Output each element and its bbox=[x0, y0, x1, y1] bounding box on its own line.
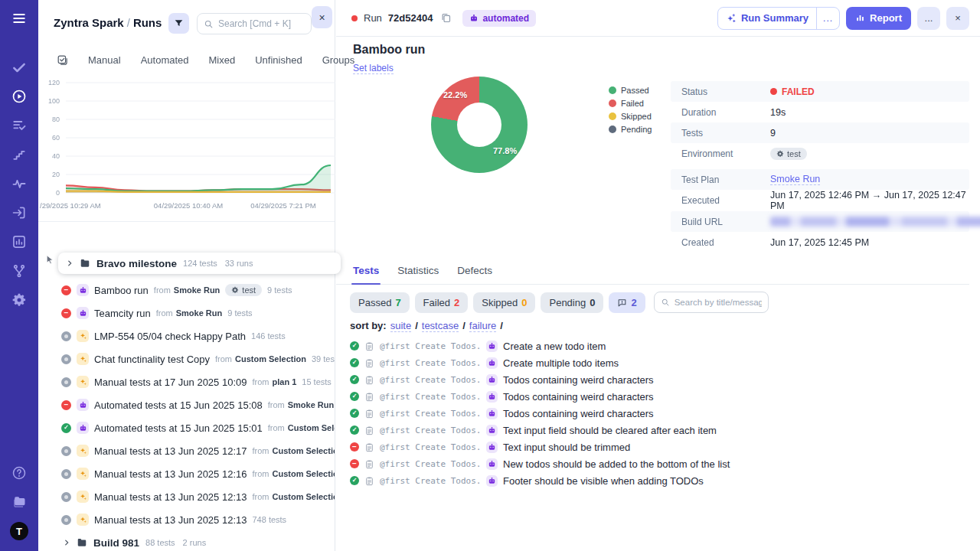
run-list-item[interactable]: Manual tests at 13 Jun 2025 12:13 from C… bbox=[38, 485, 335, 508]
pulse-icon[interactable] bbox=[10, 174, 28, 193]
close-run-button[interactable]: × bbox=[946, 7, 969, 30]
sort-link[interactable]: failure bbox=[469, 320, 496, 332]
status-filter-chip[interactable]: Skipped0 bbox=[473, 292, 535, 313]
run-type-tab[interactable]: Unfinished bbox=[255, 54, 302, 66]
run-type-tab[interactable]: Manual bbox=[88, 54, 121, 66]
run-tests-count: 146 tests bbox=[251, 331, 286, 341]
status-filter-chip[interactable]: Passed7 bbox=[350, 292, 410, 313]
run-detail-tab[interactable]: Tests bbox=[353, 265, 379, 284]
automated-run-icon bbox=[77, 284, 89, 296]
menu-icon[interactable] bbox=[10, 9, 28, 28]
test-title[interactable]: Footer should be visible when adding TOD… bbox=[503, 475, 704, 487]
test-row[interactable]: @first Create Todos... Create a new todo… bbox=[350, 337, 972, 354]
run-name: Automated tests at 15 Jun 2025 15:08 bbox=[94, 399, 263, 411]
branches-icon[interactable] bbox=[10, 262, 28, 280]
run-list-item[interactable]: Chat functinality test Copy from Custom … bbox=[38, 347, 335, 370]
automated-label-badge[interactable]: automated bbox=[462, 10, 536, 27]
run-list-item[interactable]: Manual tests at 17 Jun 2025 10:09 from p… bbox=[38, 370, 335, 393]
run-list-item[interactable]: Bamboo run from Smoke Run test 9 tests bbox=[38, 279, 335, 302]
status-filter-chip[interactable]: Failed2 bbox=[415, 292, 469, 313]
run-summary-button[interactable]: Run Summary ... bbox=[717, 7, 840, 30]
test-row[interactable]: @first Create Todos... Text input field … bbox=[350, 422, 972, 439]
test-title[interactable]: Create multiple todo items bbox=[503, 357, 619, 369]
test-row[interactable]: @first Create Todos... Todos containing … bbox=[350, 388, 972, 405]
runs-icon[interactable] bbox=[10, 87, 28, 106]
tests-search[interactable] bbox=[654, 292, 769, 313]
projects-icon[interactable] bbox=[10, 493, 28, 511]
chevron-right-icon[interactable] bbox=[63, 539, 70, 546]
build-url-redacted[interactable] bbox=[770, 217, 980, 227]
suite-name[interactable]: @first Create Todos... bbox=[380, 476, 481, 486]
test-row[interactable]: @first Create Todos... Create multiple t… bbox=[350, 354, 972, 371]
tests-search-input[interactable] bbox=[675, 298, 762, 307]
panel-close-button[interactable]: × bbox=[312, 6, 332, 28]
settings-icon[interactable] bbox=[10, 291, 28, 309]
more-actions-button[interactable]: ... bbox=[917, 7, 940, 30]
run-detail-tab[interactable]: Defects bbox=[457, 265, 492, 284]
test-title[interactable]: New todos should be added to the bottom … bbox=[503, 458, 730, 470]
run-list-item[interactable]: Manual tests at 13 Jun 2025 12:16 from C… bbox=[38, 462, 335, 485]
run-list-item[interactable]: Manual tests at 13 Jun 2025 12:13 748 te… bbox=[38, 508, 335, 531]
import-icon[interactable] bbox=[10, 204, 28, 222]
set-labels-link[interactable]: Set labels bbox=[353, 63, 394, 74]
suite-name[interactable]: @first Create Todos... bbox=[380, 341, 481, 351]
sort-link[interactable]: testcase bbox=[422, 320, 459, 332]
test-row[interactable]: @first Create Todos... Todos containing … bbox=[350, 371, 972, 388]
report-button[interactable]: Report bbox=[846, 7, 911, 30]
test-row[interactable]: @first Create Todos... Footer should be … bbox=[350, 472, 972, 489]
clipboard-icon bbox=[364, 341, 374, 351]
milestone-folder-row[interactable]: Bravo milestone 124 tests 33 runs bbox=[58, 253, 341, 274]
run-list-item[interactable]: Automated tests at 15 Jun 2025 15:08 fro… bbox=[38, 393, 335, 416]
run-detail-panel: Run 72d52404 automated Run Summary ... R… bbox=[336, 0, 980, 551]
run-type-tab[interactable]: Mixed bbox=[209, 54, 236, 66]
runs-search[interactable] bbox=[197, 13, 312, 34]
tests-icon[interactable] bbox=[10, 58, 28, 77]
sort-link[interactable]: suite bbox=[390, 320, 411, 332]
suite-name[interactable]: @first Create Todos... bbox=[380, 409, 481, 419]
analytics-icon[interactable] bbox=[10, 233, 28, 251]
comments-filter-chip[interactable]: 2 bbox=[609, 292, 645, 313]
test-title[interactable]: Todos containing weird characters bbox=[503, 391, 654, 403]
test-row[interactable]: @first Create Todos... Text input should… bbox=[350, 439, 972, 455]
status-filter-chip[interactable]: Pending0 bbox=[541, 292, 603, 313]
search-icon bbox=[204, 19, 214, 29]
test-row[interactable]: @first Create Todos... Todos containing … bbox=[350, 405, 972, 422]
select-all-icon[interactable] bbox=[57, 54, 68, 66]
test-title[interactable]: Todos containing weird characters bbox=[503, 374, 654, 386]
run-detail-tab[interactable]: Statistics bbox=[397, 265, 439, 284]
test-plan-link[interactable]: Smoke Run bbox=[770, 174, 820, 185]
suite-name[interactable]: @first Create Todos... bbox=[380, 392, 481, 402]
detail-row-created: Created Jun 17, 2025 12:45 PM bbox=[671, 232, 969, 253]
test-title[interactable]: Todos containing weird characters bbox=[503, 408, 654, 419]
app-logo[interactable]: T bbox=[10, 522, 28, 540]
run-list-item[interactable]: Teamcity run from Smoke Run 9 tests bbox=[38, 302, 335, 324]
run-list-item[interactable]: LMP-554 05/04 check Happy Path 146 tests bbox=[38, 324, 335, 347]
runs-search-input[interactable] bbox=[218, 18, 305, 29]
test-title[interactable]: Text input field should be cleared after… bbox=[503, 425, 717, 436]
help-icon[interactable] bbox=[10, 464, 28, 482]
clipboard-icon bbox=[364, 442, 374, 452]
test-plans-icon[interactable] bbox=[10, 116, 28, 135]
suite-name[interactable]: @first Create Todos... bbox=[380, 442, 481, 452]
filter-button[interactable] bbox=[168, 13, 189, 34]
suite-name[interactable]: @first Create Todos... bbox=[380, 425, 481, 435]
suite-name[interactable]: @first Create Todos... bbox=[380, 375, 481, 385]
steps-icon[interactable] bbox=[10, 145, 28, 164]
test-title[interactable]: Create a new todo item bbox=[503, 341, 606, 352]
svg-text:04/29/2025 7:21 PM: 04/29/2025 7:21 PM bbox=[250, 201, 316, 210]
test-row[interactable]: @first Create Todos... New todos should … bbox=[350, 455, 972, 472]
run-type-tab[interactable]: Automated bbox=[141, 54, 189, 66]
test-title[interactable]: Text input should be trimmed bbox=[503, 442, 630, 453]
run-list-item[interactable]: Manual tests at 13 Jun 2025 12:17 from C… bbox=[38, 439, 335, 462]
legend-item: Pending bbox=[609, 125, 652, 134]
suite-name[interactable]: @first Create Todos... bbox=[380, 358, 481, 368]
suite-name[interactable]: @first Create Todos... bbox=[380, 459, 481, 469]
build-folder-row[interactable]: Build 981 88 tests 2 runs bbox=[38, 531, 335, 551]
run-type-tab[interactable]: Groups bbox=[322, 54, 355, 66]
run-list-item[interactable]: Automated tests at 15 Jun 2025 15:01 fro… bbox=[38, 416, 335, 439]
chevron-right-icon[interactable] bbox=[66, 259, 74, 267]
project-name[interactable]: Zyntra Spark bbox=[54, 16, 124, 29]
copy-icon[interactable] bbox=[440, 12, 452, 24]
run-summary-more-button[interactable]: ... bbox=[816, 8, 839, 29]
environment-badge[interactable]: test bbox=[770, 148, 807, 160]
